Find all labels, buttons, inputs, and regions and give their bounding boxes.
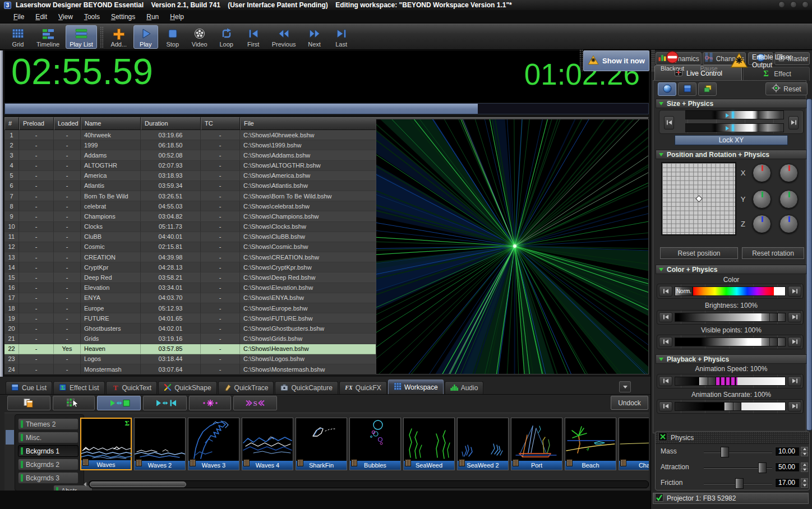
- cue-thumbnail-waves-4[interactable]: Waves 4: [242, 418, 293, 470]
- select-mode-button[interactable]: [53, 396, 95, 410]
- scan-effect-button[interactable]: S: [233, 396, 277, 410]
- size-slider-widget[interactable]: [659, 110, 804, 134]
- pause-button[interactable]: Pause: [695, 49, 723, 73]
- animation-speed-slider[interactable]: [657, 374, 804, 388]
- brightness-slider[interactable]: [657, 310, 804, 325]
- reset-rotation-button[interactable]: Reset rotation: [742, 247, 804, 259]
- page-bckgrnds-2[interactable]: Bckgrnds 2: [18, 459, 79, 470]
- menu-file[interactable]: File: [8, 11, 30, 22]
- rotation-knob-z-a[interactable]: [753, 215, 771, 233]
- rotation-knob-y-b[interactable]: [779, 190, 798, 209]
- slider-min-button[interactable]: [664, 116, 674, 129]
- cue-thumbnail-waves[interactable]: ΣWaves: [80, 418, 132, 470]
- previous-button[interactable]: Previous: [268, 25, 300, 49]
- section-playback-physics[interactable]: Playback + Physics: [656, 354, 807, 364]
- beam-effect-button[interactable]: [189, 396, 231, 410]
- rotation-knob-x-a[interactable]: [753, 164, 771, 182]
- page-misc-[interactable]: Misc.: [18, 432, 79, 443]
- slider-thumb[interactable]: [721, 447, 729, 457]
- lock-xy-button[interactable]: Lock XY: [675, 135, 788, 145]
- slider-thumb[interactable]: [758, 462, 767, 473]
- rotation-knob-y-a[interactable]: [753, 190, 771, 209]
- panel-vertical-scrollbar[interactable]: [806, 99, 812, 431]
- slider-min-button[interactable]: [659, 401, 672, 411]
- tab-overflow-dropdown-button[interactable]: [619, 381, 631, 392]
- slider-max-button[interactable]: [788, 116, 799, 129]
- position-pad[interactable]: [661, 162, 736, 235]
- slider-min-button[interactable]: [659, 376, 672, 386]
- horizontal-scrollbar[interactable]: [89, 480, 649, 488]
- undock-button[interactable]: Undock: [611, 396, 648, 410]
- size-y-slider[interactable]: [685, 123, 784, 132]
- slider-thumb[interactable]: [761, 338, 778, 346]
- enable-laser-output-button[interactable]: Enable Laser Output: [730, 49, 810, 73]
- cue-thumbnail-cha[interactable]: Cha: [619, 418, 649, 470]
- rotation-knob-z-b[interactable]: [779, 215, 798, 233]
- tab-quickcapture[interactable]: QuickCapture: [275, 381, 338, 394]
- slider-min-button[interactable]: [659, 337, 672, 347]
- cue-thumbnail-waves-2[interactable]: Waves 2: [134, 418, 186, 470]
- section-size-physics[interactable]: Size + Physics: [656, 99, 807, 108]
- first-button[interactable]: First: [241, 25, 266, 49]
- cue-thumbnail-seaweed[interactable]: SeaWeed: [403, 418, 455, 470]
- rotation-knob-x-b[interactable]: [779, 164, 798, 182]
- physics-slider-attraction[interactable]: [704, 468, 772, 469]
- column-header-preload[interactable]: Preload: [19, 117, 54, 130]
- tab-quickshape[interactable]: QuickShape: [158, 381, 216, 394]
- physics-value-attraction[interactable]: 50.00: [775, 462, 800, 472]
- timeline-button[interactable]: Timeline: [33, 25, 63, 49]
- blackout-button[interactable]: Blackout: [656, 49, 689, 73]
- slider-max-button[interactable]: [788, 401, 801, 411]
- close-button[interactable]: [802, 1, 809, 8]
- page-bckgrnds-1[interactable]: Bckgrnds 1: [18, 445, 79, 457]
- page-bckgrnds-3[interactable]: Bckgrnds 3: [18, 472, 79, 484]
- physics-value-mass[interactable]: 10.00: [775, 447, 800, 456]
- spin-up-button[interactable]: [801, 462, 808, 467]
- animation-scanrate-slider[interactable]: [657, 399, 804, 414]
- tab-quicktrace[interactable]: QuickTrace: [218, 381, 274, 394]
- slider-max-button[interactable]: [788, 286, 801, 297]
- copy-cue-button[interactable]: [7, 396, 50, 410]
- minimize-button[interactable]: [778, 1, 785, 8]
- position-marker[interactable]: [695, 195, 703, 202]
- tab-cue-list[interactable]: Cue List: [6, 381, 52, 394]
- tab-audio[interactable]: Audio: [445, 381, 484, 394]
- scrollbar-thumb[interactable]: [90, 482, 186, 487]
- cue-thumbnail-sharkfin[interactable]: SharkFin: [296, 418, 347, 470]
- reset-position-button[interactable]: Reset position: [660, 247, 738, 259]
- reset-button[interactable]: Reset: [765, 82, 808, 95]
- cue-thumbnail-bubbles[interactable]: Bubbles: [349, 418, 401, 470]
- play-restart-mode-button[interactable]: [143, 396, 187, 410]
- column-header-duration[interactable]: Duration: [141, 117, 201, 130]
- cue-thumbnail-seaweed-2[interactable]: SeaWeed 2: [457, 418, 509, 470]
- spin-up-button[interactable]: [801, 447, 808, 451]
- menu-settings[interactable]: Settings: [105, 11, 141, 22]
- tab-quickfx[interactable]: FXQuickFX: [339, 381, 387, 394]
- live-mode-globe-button[interactable]: [658, 82, 676, 96]
- spin-down-button[interactable]: [801, 452, 808, 456]
- play-list-button[interactable]: Play List: [66, 25, 97, 49]
- playback-progress-bar[interactable]: [4, 103, 649, 114]
- slider-thumb[interactable]: [732, 112, 734, 118]
- tab-workspace[interactable]: Workspace: [388, 380, 444, 394]
- page-themes-2[interactable]: Themes 2: [18, 418, 79, 430]
- blue-frame-button[interactable]: [678, 82, 696, 96]
- physics-slider-mass[interactable]: [704, 452, 772, 453]
- slider-thumb[interactable]: [735, 478, 744, 489]
- slider-max-button[interactable]: [788, 376, 801, 386]
- play-stop-mode-button[interactable]: [97, 396, 141, 410]
- color-mode-thumb[interactable]: Norm.: [675, 287, 693, 295]
- column-header-loaded[interactable]: Loaded: [54, 117, 81, 130]
- physics-slider-friction[interactable]: [704, 483, 772, 484]
- section-color-physics[interactable]: Color + Physics: [656, 265, 807, 274]
- stop-button[interactable]: Stop: [160, 25, 185, 49]
- layers-button[interactable]: [698, 82, 717, 96]
- cue-thumbnail-waves-3[interactable]: Waves 3: [188, 418, 239, 470]
- column-header-name[interactable]: Name: [81, 117, 141, 130]
- slider-thumb[interactable]: [732, 124, 734, 131]
- slider-min-button[interactable]: [659, 286, 672, 297]
- scroll-left-button[interactable]: [81, 480, 88, 488]
- close-x-icon[interactable]: [658, 432, 667, 443]
- section-position-rotation[interactable]: Position and Rotation + Physics: [656, 150, 807, 159]
- menu-view[interactable]: View: [53, 11, 79, 22]
